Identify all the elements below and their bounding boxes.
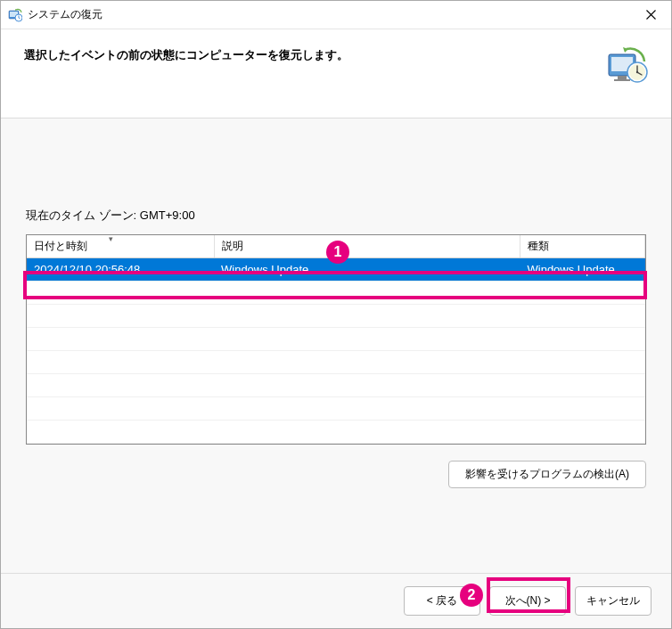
annotation-badge-2: 2: [460, 584, 483, 607]
timezone-label: 現在のタイム ゾーン: GMT+9:00: [26, 208, 646, 224]
table-row[interactable]: [27, 374, 645, 397]
column-header-date-label: 日付と時刻: [34, 240, 87, 252]
cell-description: Windows Update: [214, 258, 520, 282]
header-instruction: 選択したイベントの前の状態にコンピューターを復元します。: [24, 45, 348, 63]
column-header-description-label: 説明: [222, 240, 243, 252]
restore-points-table: 日付と時刻 ▾ 説明 種類 2024/12/10 20:56:48: [26, 234, 646, 445]
column-header-date[interactable]: 日付と時刻 ▾: [27, 235, 214, 258]
table-row[interactable]: [27, 351, 645, 374]
sort-descending-icon: ▾: [109, 234, 113, 243]
content-area: 現在のタイム ゾーン: GMT+9:00 日付と時刻 ▾ 説明 種類: [1, 118, 671, 573]
svg-rect-6: [618, 76, 627, 79]
next-button[interactable]: 次へ(N) >: [489, 586, 566, 616]
table-row[interactable]: [27, 397, 645, 421]
titlebar: システムの復元: [1, 1, 671, 29]
annotation-badge-1: 1: [326, 241, 349, 264]
system-restore-window: システムの復元 選択したイベントの前の状態にコンピューターを復元します。: [0, 0, 672, 629]
svg-point-10: [636, 71, 638, 73]
column-header-description[interactable]: 説明: [214, 235, 520, 258]
detect-button-row: 影響を受けるプログラムの検出(A): [26, 461, 646, 488]
table-row[interactable]: [27, 282, 645, 305]
cell-date: 2024/12/10 20:56:48: [27, 258, 214, 282]
titlebar-left: システムの復元: [8, 7, 102, 22]
detect-affected-programs-button[interactable]: 影響を受けるプログラムの検出(A): [448, 461, 646, 488]
restore-large-icon: [605, 45, 648, 88]
window-title: システムの復元: [28, 7, 102, 22]
column-header-type-label: 種類: [528, 240, 549, 252]
cell-type: Windows Update: [520, 258, 645, 282]
column-header-type[interactable]: 種類: [520, 235, 645, 258]
svg-rect-7: [614, 79, 630, 81]
table-row[interactable]: [27, 305, 645, 328]
table-row[interactable]: [27, 328, 645, 351]
header-section: 選択したイベントの前の状態にコンピューターを復元します。: [1, 29, 671, 118]
cancel-button[interactable]: キャンセル: [575, 586, 652, 616]
table-row[interactable]: [27, 421, 645, 444]
footer: < 戻る 次へ(N) > キャンセル: [1, 573, 671, 628]
close-button[interactable]: [630, 1, 671, 29]
system-restore-icon: [8, 8, 22, 22]
